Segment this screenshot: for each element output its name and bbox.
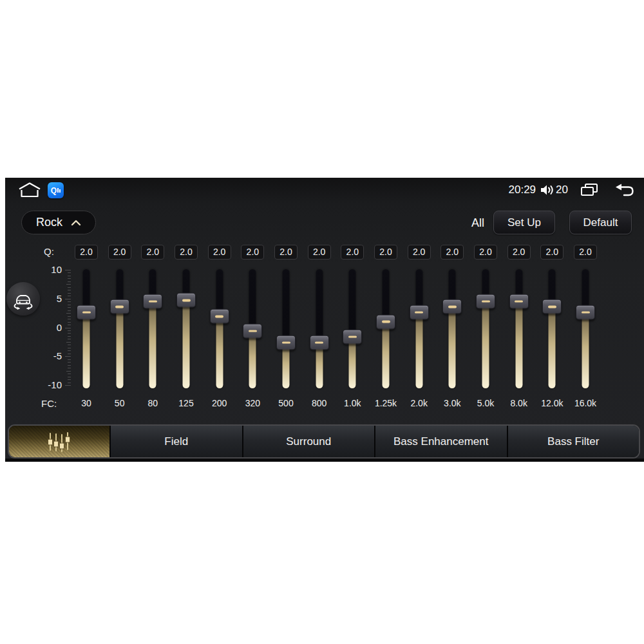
axis-tick xyxy=(68,336,71,337)
handle-grip xyxy=(548,306,556,308)
axis-label-0: 0 xyxy=(41,322,62,333)
slider-handle-5.0k[interactable] xyxy=(476,294,495,309)
axis-tick xyxy=(68,339,71,339)
axis-tick xyxy=(68,325,71,325)
q-value-8.0k[interactable]: 2.0 xyxy=(507,245,531,260)
q-value-320[interactable]: 2.0 xyxy=(241,245,264,260)
slider-track-125[interactable] xyxy=(183,269,190,388)
car-surround-icon xyxy=(10,286,36,312)
slider-handle-30[interactable] xyxy=(77,305,96,320)
q-value-1.0k[interactable]: 2.0 xyxy=(341,245,364,260)
handle-grip xyxy=(82,311,91,314)
axis-tick xyxy=(68,281,71,282)
q-value-500[interactable]: 2.0 xyxy=(274,245,298,260)
handle-grip xyxy=(348,336,357,338)
slider-handle-50[interactable] xyxy=(110,299,129,314)
axis-tick xyxy=(68,330,71,331)
axis-tick xyxy=(68,383,71,383)
axis-tick xyxy=(66,284,71,285)
q-value-80[interactable]: 2.0 xyxy=(141,245,164,260)
slider-handle-320[interactable] xyxy=(243,323,262,338)
slider-track-500[interactable] xyxy=(283,269,290,388)
q-value-16.0k[interactable]: 2.0 xyxy=(574,245,597,260)
slider-fill xyxy=(83,312,90,388)
handle-grip xyxy=(382,321,390,323)
car-surround-button[interactable] xyxy=(6,282,40,316)
handle-grip xyxy=(149,300,157,303)
slider-handle-200[interactable] xyxy=(210,309,229,324)
handle-grip xyxy=(249,330,257,332)
slider-track-30[interactable] xyxy=(83,269,90,388)
tab-equalizer[interactable] xyxy=(9,426,109,457)
axis-tick xyxy=(65,270,71,270)
slider-fill xyxy=(549,307,556,388)
tab-field[interactable]: Field xyxy=(109,426,242,457)
slider-fill xyxy=(582,312,589,388)
slider-handle-125[interactable] xyxy=(176,293,196,308)
slider-handle-16.0k[interactable] xyxy=(576,305,595,320)
q-value-125[interactable]: 2.0 xyxy=(175,245,198,260)
equalizer-area: 1050-5-102.0302.0502.0802.01252.02002.03… xyxy=(5,178,644,462)
slider-track-800[interactable] xyxy=(316,269,323,388)
handle-grip xyxy=(448,306,457,308)
axis-tick xyxy=(65,385,71,386)
slider-track-80[interactable] xyxy=(149,269,156,388)
axis-tick xyxy=(68,310,71,311)
slider-track-5.0k[interactable] xyxy=(482,269,489,388)
axis-tick xyxy=(68,348,71,348)
axis-tick xyxy=(68,333,71,334)
slider-fill xyxy=(216,316,223,388)
tab-bass-filter[interactable]: Bass Filter xyxy=(507,426,639,457)
handle-grip xyxy=(415,311,423,314)
axis-label--5: -5 xyxy=(41,350,62,361)
axis-tick xyxy=(68,365,71,366)
axis-tick xyxy=(68,307,71,308)
slider-handle-2.0k[interactable] xyxy=(410,305,429,320)
q-value-12.0k[interactable]: 2.0 xyxy=(540,245,564,260)
slider-handle-8.0k[interactable] xyxy=(509,294,529,309)
tab-surround[interactable]: Surround xyxy=(242,426,375,457)
slider-track-50[interactable] xyxy=(116,269,123,388)
slider-handle-3.0k[interactable] xyxy=(442,299,462,314)
q-value-2.0k[interactable]: 2.0 xyxy=(408,245,431,260)
axis-label--10: -10 xyxy=(41,379,62,390)
handle-grip xyxy=(515,300,523,303)
axis-tick xyxy=(68,287,71,288)
axis-tick xyxy=(68,379,71,380)
slider-handle-800[interactable] xyxy=(310,335,329,350)
axis-tick xyxy=(68,350,71,351)
slider-fill xyxy=(249,331,256,388)
slider-track-12.0k[interactable] xyxy=(549,269,556,388)
slider-track-3.0k[interactable] xyxy=(449,269,456,388)
axis-tick xyxy=(68,362,71,363)
equalizer-sliders-icon xyxy=(43,431,75,452)
slider-track-2.0k[interactable] xyxy=(415,269,422,388)
axis-tick xyxy=(65,356,71,357)
axis-tick xyxy=(66,313,71,314)
handle-grip xyxy=(215,316,223,318)
q-value-50[interactable]: 2.0 xyxy=(108,245,131,260)
tab-bass-enhancement[interactable]: Bass Enhancement xyxy=(374,426,507,457)
slider-fill xyxy=(149,301,156,388)
slider-fill xyxy=(415,312,422,388)
q-value-3.0k[interactable]: 2.0 xyxy=(440,245,464,260)
q-value-30[interactable]: 2.0 xyxy=(75,245,98,260)
slider-track-200[interactable] xyxy=(216,269,223,388)
slider-track-8.0k[interactable] xyxy=(515,269,522,388)
q-value-800[interactable]: 2.0 xyxy=(308,245,331,260)
q-value-200[interactable]: 2.0 xyxy=(208,245,231,260)
q-value-1.25k[interactable]: 2.0 xyxy=(374,245,397,260)
q-value-5.0k[interactable]: 2.0 xyxy=(474,245,497,260)
bottom-tab-bar: FieldSurroundBass EnhancementBass Filter xyxy=(8,424,640,459)
slider-handle-500[interactable] xyxy=(276,335,296,350)
slider-handle-1.0k[interactable] xyxy=(343,329,362,344)
slider-handle-1.25k[interactable] xyxy=(376,314,395,329)
freq-label-16.0k: 16.0k xyxy=(566,398,605,408)
slider-track-16.0k[interactable] xyxy=(582,269,589,388)
axis-tick xyxy=(68,345,71,345)
axis-label-10: 10 xyxy=(41,264,62,275)
axis-tick xyxy=(66,371,71,372)
axis-tick xyxy=(66,342,71,343)
slider-handle-12.0k[interactable] xyxy=(542,299,562,314)
slider-handle-80[interactable] xyxy=(143,294,162,309)
